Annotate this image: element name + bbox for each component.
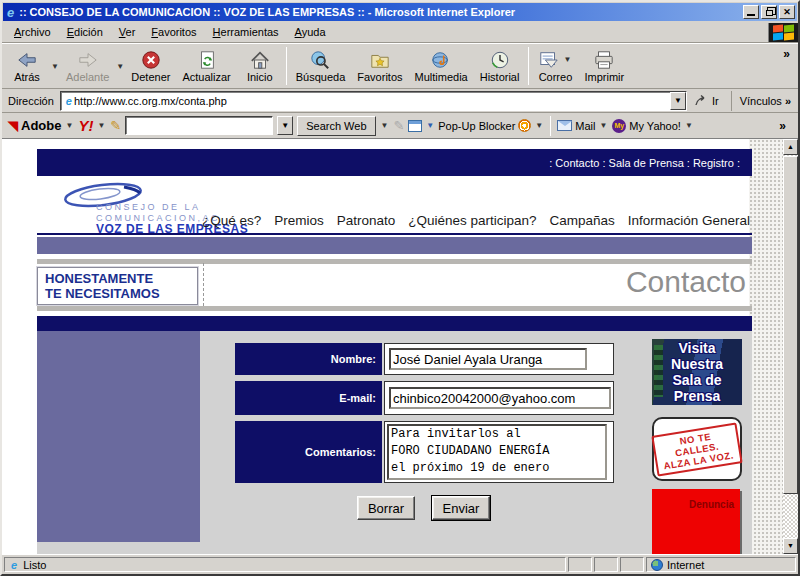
forward-icon <box>77 50 99 70</box>
yahoo-mail-icon <box>557 120 572 131</box>
my-yahoo-icon: My <box>612 119 626 133</box>
popup-blocker-button[interactable]: ▼ Pop-Up Blocker ▼ <box>408 119 544 132</box>
close-button[interactable]: ✕ <box>779 5 795 19</box>
status-bar: e Listo Internet <box>2 554 798 574</box>
my-yahoo-dropdown[interactable]: ▼ <box>685 121 693 130</box>
email-input[interactable] <box>389 387 611 409</box>
status-page-icon: e <box>9 559 19 571</box>
refresh-icon <box>196 50 218 70</box>
back-button[interactable]: Atrás <box>4 45 50 87</box>
companion-overflow-chevron[interactable]: » <box>773 117 792 135</box>
no-te-calles-banner[interactable]: NO TE CALLES. ALZA LA VOZ. <box>652 417 742 481</box>
nav-premios[interactable]: Premios <box>274 213 324 228</box>
print-icon <box>593 50 615 70</box>
ie-logo-icon: e <box>5 5 16 20</box>
menu-edicion[interactable]: Edición <box>59 24 111 40</box>
media-button[interactable]: Multimedia <box>409 45 474 87</box>
yahoo-button[interactable]: Y! ▼ <box>78 117 106 134</box>
forward-button[interactable]: Adelante <box>60 45 115 87</box>
nav-campanas[interactable]: Campañas <box>549 213 614 228</box>
stamp-text: NO TE CALLES. ALZA LA VOZ. <box>651 422 742 476</box>
yahoo-dropdown[interactable]: ▼ <box>97 121 105 130</box>
address-url[interactable]: http://www.cc.org.mx/conta.php <box>74 95 670 107</box>
status-text: Listo <box>23 559 46 571</box>
menu-bar: Archivo Edición Ver Favoritos Herramient… <box>2 22 798 43</box>
mail-icon <box>538 50 560 70</box>
yahoo-search-input[interactable] <box>125 116 273 135</box>
denuncia-banner[interactable]: Denuncia <box>652 489 740 554</box>
target-dropdown[interactable]: ▼ <box>535 121 543 130</box>
search-web-dropdown[interactable]: ▼ <box>381 121 389 130</box>
scroll-down-button[interactable]: ▼ <box>783 538 798 554</box>
home-button[interactable]: Inicio <box>237 45 283 87</box>
favorites-button[interactable]: Favoritos <box>351 45 408 87</box>
search-icon <box>309 50 331 70</box>
search-button[interactable]: Búsqueda <box>290 45 352 87</box>
companion-toolbar: ◥ Adobe ▼ Y! ▼ ✎ ▼ Search Web ▼ ✎ ▼ Pop-… <box>2 113 798 139</box>
address-bar: Dirección e http://www.cc.org.mx/conta.p… <box>2 89 798 113</box>
nav-patronato[interactable]: Patronato <box>337 213 396 228</box>
adobe-button[interactable]: ◥ Adobe ▼ <box>8 118 74 133</box>
history-button[interactable]: Historial <box>474 45 526 87</box>
name-cell <box>384 343 614 375</box>
forward-dropdown[interactable]: ▼ <box>116 62 124 71</box>
search-web-button[interactable]: Search Web <box>297 116 375 136</box>
adobe-dropdown[interactable]: ▼ <box>65 121 73 130</box>
menu-favoritos[interactable]: Favoritos <box>143 24 204 40</box>
title-bar[interactable]: e :: CONSEJO DE LA COMUNICACION :: VOZ D… <box>3 3 797 21</box>
nav-quienes-participan[interactable]: ¿Quiénes participan? <box>408 213 536 228</box>
highlighter-icon[interactable]: ✎ <box>393 118 404 133</box>
minimize-button[interactable] <box>743 5 759 19</box>
page-title: Contacto <box>626 265 746 299</box>
stop-button[interactable]: Detener <box>125 45 176 87</box>
comments-textarea[interactable]: Para invitarlos al FORO CIUDADANO ENERGÍ… <box>387 424 607 480</box>
address-field[interactable]: e http://www.cc.org.mx/conta.php ▼ <box>60 91 687 111</box>
header-links[interactable]: : Contacto : Sala de Prensa : Registro : <box>549 157 740 169</box>
mail-menu-dropdown[interactable]: ▼ <box>599 121 607 130</box>
mail-button[interactable]: ▼ Correo <box>532 45 578 87</box>
status-pane-1 <box>568 557 592 572</box>
address-label: Dirección <box>5 95 60 107</box>
mail-menu-button[interactable]: Mail ▼ <box>557 120 608 132</box>
left-sidebar <box>37 331 200 542</box>
submit-button[interactable]: Enviar <box>432 496 490 520</box>
sala-de-prensa-banner[interactable]: Visita Nuestra Sala de Prensa <box>652 339 742 405</box>
toolbar-overflow-chevron[interactable]: » <box>777 45 796 63</box>
windows-logo-icon <box>768 23 798 42</box>
print-button[interactable]: Imprimir <box>578 45 630 87</box>
stop-icon <box>140 50 162 70</box>
menu-archivo[interactable]: Archivo <box>6 24 59 40</box>
restore-button[interactable] <box>761 5 777 19</box>
vertical-scrollbar[interactable]: ▲ ▼ <box>783 139 798 554</box>
go-button[interactable]: Ir <box>687 93 727 109</box>
campaign-banner[interactable]: HONESTAMENTE TE NECESITAMOS <box>37 267 198 305</box>
links-chevron: » <box>785 95 791 107</box>
pencil-icon[interactable]: ✎ <box>110 118 121 133</box>
toolbar-separator <box>286 47 287 85</box>
mail-dropdown[interactable]: ▼ <box>563 55 571 64</box>
menu-ver[interactable]: Ver <box>111 24 144 40</box>
scroll-thumb[interactable] <box>783 156 798 494</box>
back-dropdown[interactable]: ▼ <box>51 62 59 71</box>
refresh-button[interactable]: Actualizar <box>176 45 236 87</box>
clear-button[interactable]: Borrar <box>357 496 415 520</box>
nav-informacion-general[interactable]: Información General <box>628 213 750 228</box>
comments-cell: Para invitarlos al FORO CIUDADANO ENERGÍ… <box>384 421 614 483</box>
zone-text: Internet <box>667 559 704 571</box>
site-header-bar: : Contacto : Sala de Prensa : Registro : <box>37 149 752 176</box>
menu-herramientas[interactable]: Herramientas <box>205 24 287 40</box>
address-dropdown[interactable]: ▼ <box>670 92 686 110</box>
favorites-icon <box>369 50 391 70</box>
name-input[interactable] <box>389 348 587 370</box>
my-yahoo-button[interactable]: My My Yahoo! ▼ <box>612 119 694 133</box>
home-icon <box>249 50 271 70</box>
browser-window: e :: CONSEJO DE LA COMUNICACION :: VOZ D… <box>0 0 800 576</box>
popup-blocker-dropdown[interactable]: ▼ <box>426 121 434 130</box>
scroll-up-button[interactable]: ▲ <box>783 139 798 155</box>
links-button[interactable]: Vínculos » <box>731 91 795 111</box>
minimize-icon <box>747 8 755 16</box>
internet-zone-icon <box>651 559 663 571</box>
yahoo-search-dropdown[interactable]: ▼ <box>277 116 293 135</box>
nav-que-es[interactable]: ¿Qué es? <box>202 213 261 228</box>
menu-ayuda[interactable]: Ayuda <box>287 24 334 40</box>
